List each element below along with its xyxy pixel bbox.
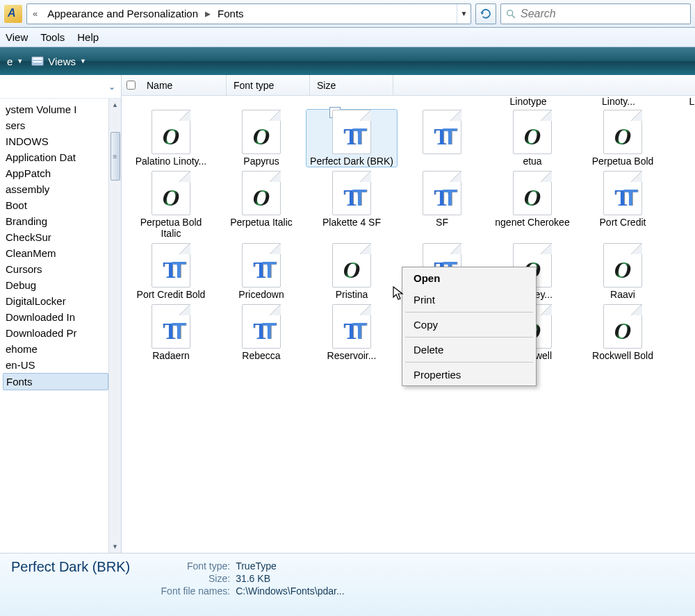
menu-separator xyxy=(405,312,533,313)
folder-icon: A xyxy=(4,5,22,23)
ctx-print[interactable]: Print xyxy=(402,289,536,310)
font-label: Perpetua Italic xyxy=(230,217,293,228)
font-item[interactable]: OPristina xyxy=(306,243,397,300)
details-path-value: C:\Windows\Fonts\pdar... xyxy=(236,585,344,597)
chevron-down-icon: ▼ xyxy=(80,58,86,65)
breadcrumb-parent[interactable]: Appearance and Personalization xyxy=(43,8,202,19)
nav-tree[interactable]: ystem Volume IsersINDOWSApplication DatA… xyxy=(0,99,108,553)
nav-item[interactable]: INDOWS xyxy=(3,133,108,149)
font-label: Port Credit Bold xyxy=(137,289,206,300)
select-all-checkbox[interactable] xyxy=(126,81,136,90)
search-input[interactable]: Search xyxy=(500,3,691,24)
font-label: Palatino Linoty... xyxy=(136,156,206,167)
nav-item[interactable]: en-US xyxy=(3,357,108,373)
menu-help[interactable]: Help xyxy=(77,31,99,43)
font-label: Rebecca xyxy=(242,350,280,361)
ctx-copy[interactable]: Copy xyxy=(402,314,536,335)
nav-item[interactable]: AppPatch xyxy=(3,165,108,181)
font-label: Perpetua Bold xyxy=(592,156,654,167)
cutoff-row: LinotypeLinoty...Linotyp... xyxy=(122,96,695,108)
details-title: Perfect Dark (BRK) xyxy=(11,559,130,611)
ctx-properties[interactable]: Properties xyxy=(402,364,536,385)
nav-collapse[interactable]: ⌄ xyxy=(0,75,121,99)
font-item[interactable]: TTRadaern xyxy=(126,304,216,361)
refresh-button[interactable] xyxy=(475,3,496,24)
nav-item[interactable]: Cursors xyxy=(3,261,108,277)
font-label: Papyrus xyxy=(243,156,279,167)
nav-item[interactable]: ystem Volume I xyxy=(3,101,108,117)
menu-separator xyxy=(405,337,533,338)
font-item[interactable]: OPerpetua Italic xyxy=(216,171,306,239)
views-icon xyxy=(31,56,44,66)
font-item[interactable]: TTPlakette 4 SF xyxy=(306,171,397,239)
nav-item[interactable]: Debug xyxy=(3,277,108,293)
font-item[interactable]: TTPricedown xyxy=(216,243,306,300)
breadcrumb-dropdown[interactable]: ▼ xyxy=(457,4,471,24)
font-label: Raavi xyxy=(610,289,635,300)
font-item[interactable]: TTPort Credit Bold xyxy=(126,243,216,300)
font-item[interactable]: OPerpetua Bold Italic xyxy=(126,171,216,239)
font-item[interactable]: TTRebecca xyxy=(216,304,306,361)
font-label: Port Credit xyxy=(600,217,646,228)
menu-view[interactable]: View xyxy=(6,31,28,43)
details-size-label: Size: xyxy=(147,573,230,584)
scroll-down-icon[interactable]: ▼ xyxy=(112,540,118,553)
font-label: Pricedown xyxy=(238,289,284,300)
breadcrumb-current[interactable]: Fonts xyxy=(213,8,248,19)
column-headers[interactable]: Name Font type Size xyxy=(122,75,695,96)
ctx-open[interactable]: Open xyxy=(402,267,536,289)
nav-item[interactable]: Fonts xyxy=(3,373,108,390)
font-item[interactable]: OPalatino Linoty... xyxy=(126,110,216,167)
font-item[interactable]: ✓TTPerfect Dark (BRK) xyxy=(306,110,397,167)
nav-item[interactable]: Boot xyxy=(3,197,108,213)
font-label: Rockwell Bold xyxy=(592,350,653,361)
font-item[interactable]: TTReservoir... xyxy=(306,304,397,361)
chevron-back-icon[interactable]: « xyxy=(27,8,43,19)
nav-item[interactable]: CheckSur xyxy=(3,229,108,245)
font-item[interactable]: Ongenet Cherokee xyxy=(487,171,578,239)
font-item[interactable]: TTPort Credit xyxy=(578,171,668,239)
scroll-up-icon[interactable]: ▲ xyxy=(112,99,118,111)
ctx-delete[interactable]: Delete xyxy=(402,339,536,360)
font-label: SF xyxy=(436,217,448,228)
details-metadata: Font type:TrueType Size:31.6 KB Font fil… xyxy=(147,559,344,611)
menu-bar: View Tools Help xyxy=(0,28,695,47)
menu-tools[interactable]: Tools xyxy=(40,31,65,43)
nav-item[interactable]: assembly xyxy=(3,181,108,197)
nav-item[interactable]: CleanMem xyxy=(3,245,108,261)
font-item[interactable]: ORaavi xyxy=(578,243,668,300)
font-item[interactable]: Oetua xyxy=(487,110,578,167)
context-menu: Open Print Copy Delete Properties xyxy=(402,267,537,386)
views-button[interactable]: Views ▼ xyxy=(31,56,86,67)
font-item[interactable]: OPapyrus xyxy=(216,110,306,167)
command-bar: e ▼ Views ▼ xyxy=(0,47,695,75)
font-item[interactable]: TTSF xyxy=(397,171,487,239)
nav-item[interactable]: Branding xyxy=(3,213,108,229)
nav-item[interactable]: Downloaded In xyxy=(3,309,108,325)
font-item[interactable]: OPerpetua Bold xyxy=(578,110,668,167)
column-size[interactable]: Size xyxy=(310,75,393,95)
details-size-value: 31.6 KB xyxy=(236,573,270,584)
column-name[interactable]: Name xyxy=(140,75,227,95)
address-bar: A « Appearance and Personalization ▸ Fon… xyxy=(0,0,695,28)
column-type[interactable]: Font type xyxy=(227,75,310,95)
refresh-icon xyxy=(480,8,492,20)
nav-item[interactable]: sers xyxy=(3,117,108,133)
nav-item[interactable]: Application Dat xyxy=(3,149,108,165)
font-label: ngenet Cherokee xyxy=(495,217,569,228)
navigation-pane: ⌄ ystem Volume IsersINDOWSApplication Da… xyxy=(0,75,122,553)
organize-button[interactable]: e ▼ xyxy=(7,56,23,67)
body-split: ⌄ ystem Volume IsersINDOWSApplication Da… xyxy=(0,75,695,553)
font-item[interactable]: TT xyxy=(397,110,487,167)
menu-separator xyxy=(405,362,533,363)
views-label: Views xyxy=(48,56,76,67)
font-label: Plakette 4 SF xyxy=(322,217,381,228)
font-item[interactable]: ORockwell Bold xyxy=(578,304,668,361)
nav-item[interactable]: DigitalLocker xyxy=(3,293,108,309)
scroll-thumb[interactable] xyxy=(111,132,120,181)
nav-scrollbar[interactable]: ▲ ▼ xyxy=(108,99,121,553)
search-placeholder: Search xyxy=(521,8,556,20)
breadcrumb-bar[interactable]: « Appearance and Personalization ▸ Fonts… xyxy=(26,3,471,24)
nav-item[interactable]: Downloaded Pr xyxy=(3,325,108,341)
nav-item[interactable]: ehome xyxy=(3,341,108,357)
